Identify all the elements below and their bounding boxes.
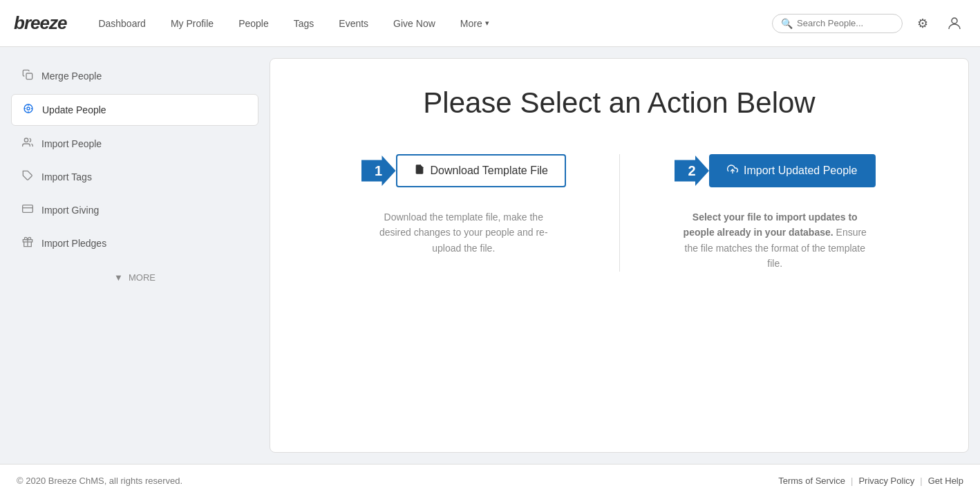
tag-icon	[22, 170, 33, 184]
nav-item-my-profile[interactable]: My Profile	[160, 12, 225, 35]
main-nav: Dashboard My Profile People Tags Events …	[87, 12, 772, 35]
header-right: 🔍 ⚙	[772, 12, 966, 35]
nav-item-events[interactable]: Events	[328, 12, 379, 35]
sidebar-item-import-pledges-label: Import Pledges	[41, 238, 106, 249]
sidebar-item-import-pledges[interactable]: Import Pledges	[11, 228, 258, 259]
sidebar-item-import-giving-label: Import Giving	[41, 205, 99, 216]
svg-rect-6	[23, 205, 33, 213]
nav-item-people[interactable]: People	[227, 12, 280, 35]
action-col-1: 1 Download Template File Download the te…	[308, 154, 619, 272]
action2-description-part1: Select your file to import updates to pe…	[684, 212, 858, 238]
footer-link-help[interactable]: Get Help	[928, 476, 963, 486]
footer-link-privacy[interactable]: Privacy Policy	[858, 476, 914, 486]
action-step-1: 1 Download Template File	[336, 154, 592, 187]
svg-point-3	[27, 107, 30, 110]
sidebar: Merge People Update People Import People	[0, 47, 270, 464]
import-updated-people-label: Import Updated People	[744, 165, 858, 177]
sidebar-item-import-people[interactable]: Import People	[11, 129, 258, 159]
sidebar-item-update-people[interactable]: Update People	[11, 94, 258, 126]
search-box[interactable]: 🔍	[772, 14, 903, 33]
nav-item-give-now[interactable]: Give Now	[382, 12, 446, 35]
copy-icon	[22, 69, 33, 83]
credit-card-icon	[22, 203, 33, 217]
search-icon: 🔍	[781, 18, 793, 29]
app-logo[interactable]: breeze	[14, 12, 66, 34]
footer-sep-2: |	[920, 476, 922, 486]
action-step-2: 2 Import Updated People	[648, 154, 903, 187]
action2-description: Select your file to import updates to pe…	[678, 209, 871, 272]
content-area: Please Select an Action Below 1 Download…	[270, 58, 969, 453]
nav-item-more[interactable]: More	[449, 12, 500, 35]
sidebar-item-update-people-label: Update People	[42, 104, 106, 115]
users-icon	[22, 137, 33, 151]
user-avatar-icon[interactable]	[943, 12, 966, 35]
search-input[interactable]	[797, 18, 894, 28]
upload-icon	[727, 164, 738, 178]
sidebar-item-import-tags[interactable]: Import Tags	[11, 162, 258, 192]
main-layout: Merge People Update People Import People	[0, 47, 980, 464]
download-template-label: Download Template File	[431, 165, 548, 177]
sidebar-item-merge-people-label: Merge People	[41, 71, 102, 82]
footer-link-terms[interactable]: Terms of Service	[778, 476, 845, 486]
footer-copyright: © 2020 Breeze ChMS, all rights reserved.	[17, 476, 182, 486]
svg-rect-1	[26, 73, 32, 79]
sidebar-item-import-giving[interactable]: Import Giving	[11, 195, 258, 225]
gift-icon	[22, 236, 33, 250]
svg-point-4	[24, 138, 28, 142]
svg-point-0	[952, 18, 957, 24]
arrow-down-icon: ▼	[114, 272, 123, 283]
page-title: Please Select an Action Below	[423, 86, 815, 120]
nav-item-tags[interactable]: Tags	[283, 12, 326, 35]
action-col-2: 2 Import Updated People Select your file…	[619, 154, 931, 272]
nav-item-dashboard[interactable]: Dashboard	[87, 12, 157, 35]
file-icon	[414, 164, 425, 178]
import-updated-people-button[interactable]: Import Updated People	[709, 154, 876, 187]
sidebar-more-button[interactable]: ▼ MORE	[11, 264, 258, 291]
footer: © 2020 Breeze ChMS, all rights reserved.…	[0, 464, 980, 497]
sidebar-item-import-people-label: Import People	[41, 138, 102, 149]
sidebar-more-label: MORE	[129, 272, 156, 283]
step-badge-2: 2	[675, 156, 709, 186]
sidebar-item-import-tags-label: Import Tags	[41, 171, 92, 182]
download-template-button[interactable]: Download Template File	[396, 154, 566, 187]
actions-row: 1 Download Template File Download the te…	[308, 154, 930, 272]
step-badge-1: 1	[361, 156, 396, 186]
footer-sep-1: |	[851, 476, 853, 486]
settings-icon[interactable]: ⚙	[911, 12, 934, 35]
action1-description: Download the template file, make the des…	[367, 209, 560, 256]
sync-icon	[23, 103, 34, 117]
footer-links: Terms of Service | Privacy Policy | Get …	[778, 476, 963, 486]
sidebar-item-merge-people[interactable]: Merge People	[11, 61, 258, 91]
